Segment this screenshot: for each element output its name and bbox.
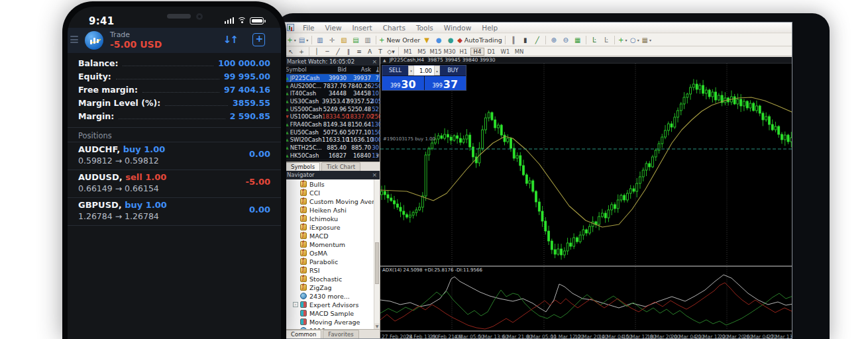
timeframe-m15[interactable]: M15 bbox=[429, 48, 443, 56]
timeframe-m1[interactable]: M1 bbox=[401, 48, 415, 56]
table-row[interactable]: ▼US100Cash18334.5018337.00250 bbox=[284, 113, 380, 121]
mql5-icon[interactable]: ▼ bbox=[421, 35, 432, 45]
close-icon[interactable]: × bbox=[372, 58, 377, 65]
tree-item-heiken-ashi[interactable]: Heiken Ashi bbox=[284, 206, 380, 215]
add-indicator-icon[interactable]: +▾ bbox=[618, 35, 628, 45]
table-row[interactable]: ▲US500Cash5249.965250.4852 bbox=[284, 105, 380, 113]
tree-item-macd[interactable]: MACD bbox=[284, 232, 380, 240]
table-row[interactable]: ▲SWI20Cash11633.1011636.10300 bbox=[284, 136, 380, 144]
periods-icon[interactable]: ○▾ bbox=[629, 35, 640, 45]
zoom-in-icon[interactable]: ⊕ bbox=[549, 35, 559, 45]
table-row[interactable]: ▲EU50Cash5075.605077.10150 bbox=[284, 128, 380, 136]
tab-tick-chart[interactable]: Tick Chart bbox=[321, 162, 360, 171]
volume-value[interactable]: 1.00 bbox=[414, 68, 434, 74]
bar-chart-mode-icon[interactable]: ║ bbox=[508, 35, 519, 45]
tree-item-cci[interactable]: CCI bbox=[284, 189, 380, 197]
table-row[interactable]: ▲AUS200C...7837.767840.26250 bbox=[284, 82, 380, 90]
tree-item-custom-moving-averages[interactable]: Custom Moving Averages bbox=[284, 197, 380, 206]
tree-item-macd-sample[interactable]: MACD Sample bbox=[284, 309, 380, 318]
market-watch-icon[interactable]: ▥ bbox=[315, 35, 325, 45]
scroll-down-icon[interactable]: ▼ bbox=[376, 153, 379, 158]
table-row[interactable]: ▲FRA40Cash8149.348150.64130 bbox=[284, 121, 380, 128]
new-order-icon[interactable] bbox=[252, 33, 265, 46]
tree-item-2430-more-[interactable]: 2430 more... bbox=[284, 292, 380, 301]
sell-button[interactable]: SELL bbox=[382, 66, 408, 75]
tree-item-bulls[interactable]: Bulls bbox=[284, 180, 380, 189]
sort-transfer-icon[interactable]: ↓↑ bbox=[223, 34, 237, 46]
tab-favorites[interactable]: Favorites bbox=[323, 330, 358, 338]
new-chart-icon[interactable]: +▾ bbox=[286, 35, 297, 45]
timeframe-m5[interactable]: M5 bbox=[415, 48, 429, 56]
column-header-ask[interactable]: Ask bbox=[347, 66, 371, 73]
new-order-icon[interactable]: +New Order bbox=[379, 35, 420, 45]
templates-icon[interactable]: ▦▾ bbox=[641, 35, 652, 45]
vertical-line-icon[interactable]: │ bbox=[312, 48, 321, 56]
tree-item-1119-more-[interactable]: 1119 more... bbox=[284, 326, 380, 329]
tree-item-stochastic[interactable]: Stochastic bbox=[284, 275, 380, 283]
menu-help[interactable]: Help bbox=[476, 24, 503, 32]
buy-button[interactable]: BUY bbox=[440, 66, 466, 75]
timeframe-h4[interactable]: H4 bbox=[470, 48, 484, 56]
position-row[interactable]: AUDCHF, buy 1.000.59812 → 0.598120.00 bbox=[68, 143, 281, 170]
profiles-icon[interactable]: ▤▾ bbox=[298, 35, 309, 45]
cursor-icon[interactable]: ↖ bbox=[286, 48, 296, 56]
menu-tools[interactable]: Tools bbox=[411, 24, 439, 32]
zoom-out-icon[interactable]: ⊖ bbox=[561, 35, 571, 45]
timeframe-h1[interactable]: H1 bbox=[457, 48, 470, 56]
table-row[interactable]: ▲JP225Cash39930399377 bbox=[284, 74, 380, 82]
sell-price[interactable]: 399 30 bbox=[382, 76, 424, 90]
candlestick-chart[interactable] bbox=[380, 64, 792, 266]
strategy-tester-icon[interactable]: ▥ bbox=[362, 35, 373, 45]
line-chart-mode-icon[interactable]: ╱ bbox=[532, 35, 543, 45]
timeframe-m30[interactable]: M30 bbox=[443, 48, 457, 56]
trendline-icon[interactable]: ╱ bbox=[333, 48, 343, 56]
tree-item-iexposure[interactable]: iExposure bbox=[284, 223, 380, 232]
volume-increase-icon[interactable]: ▴ bbox=[434, 66, 440, 75]
tree-item-ichimoku[interactable]: Ichimoku bbox=[284, 215, 380, 223]
tree-item-rsi[interactable]: RSI bbox=[284, 266, 380, 275]
shapes-icon[interactable]: ◇▾ bbox=[386, 48, 396, 56]
tree-item-expert-advisors[interactable]: -Expert Advisors bbox=[284, 301, 380, 309]
community-icon[interactable]: ● bbox=[433, 35, 444, 45]
fibonacci-icon[interactable]: ≡ bbox=[354, 48, 364, 56]
adx-indicator-pane[interactable] bbox=[380, 267, 792, 330]
position-row[interactable]: GBPUSD, buy 1.001.26784 → 1.267840.00 bbox=[68, 199, 281, 225]
label-icon[interactable]: T bbox=[376, 48, 385, 56]
menu-window[interactable]: Window bbox=[439, 24, 476, 32]
autotrading-icon[interactable]: ◆AutoTrading bbox=[457, 35, 502, 45]
auto-scroll-icon[interactable]: Ŀ bbox=[589, 35, 600, 45]
crosshair-icon[interactable]: + bbox=[297, 48, 306, 56]
volume-decrease-icon[interactable]: ▾ bbox=[408, 66, 414, 75]
tree-item-parabolic[interactable]: Parabolic bbox=[284, 258, 380, 266]
news-icon[interactable]: ● bbox=[445, 35, 456, 45]
tab-symbols[interactable]: Symbols bbox=[286, 162, 320, 171]
tab-common[interactable]: Common bbox=[286, 330, 321, 338]
position-row[interactable]: AUDUSD, sell 1.000.66149 → 0.66154-5.00 bbox=[68, 171, 281, 197]
table-row[interactable]: ▲US30Cash39353.4739357.52405 bbox=[284, 97, 380, 105]
tree-item-momentum[interactable]: Momentum bbox=[284, 240, 380, 249]
scroll-up-icon[interactable]: ▲ bbox=[376, 68, 379, 72]
channel-icon[interactable]: ∥ bbox=[344, 48, 353, 56]
tree-expander-icon[interactable]: - bbox=[293, 302, 298, 307]
collapse-icon[interactable]: ▲ bbox=[383, 58, 386, 62]
table-row[interactable]: ▲HK50Cash168271684013 bbox=[284, 152, 380, 160]
navigator-icon[interactable]: ▧ bbox=[339, 35, 349, 45]
column-header-bid[interactable]: Bid bbox=[322, 66, 347, 73]
timeframe-mn[interactable]: MN bbox=[512, 48, 526, 56]
horizontal-line-icon[interactable]: ─ bbox=[323, 48, 332, 56]
data-window-icon[interactable]: ✛ bbox=[327, 35, 337, 45]
menu-insert[interactable]: Insert bbox=[347, 24, 378, 32]
tree-item-zigzag[interactable]: ZigZag bbox=[284, 283, 380, 292]
tree-item-moving-average[interactable]: Moving Average bbox=[284, 318, 380, 326]
candlestick-mode-icon[interactable]: ▮ bbox=[520, 35, 531, 45]
text-icon[interactable]: A bbox=[365, 48, 374, 56]
hamburger-menu-icon[interactable] bbox=[70, 36, 78, 45]
menu-charts[interactable]: Charts bbox=[378, 24, 411, 32]
table-row[interactable]: ▲IT40Cash344483445810 bbox=[284, 89, 380, 97]
column-header-symbol[interactable]: Symbol bbox=[284, 66, 322, 73]
buy-price[interactable]: 399 37 bbox=[425, 76, 466, 90]
timeframe-w1[interactable]: W1 bbox=[498, 48, 512, 56]
menu-file[interactable]: File bbox=[298, 24, 320, 32]
close-icon[interactable]: × bbox=[372, 171, 377, 178]
timeframe-d1[interactable]: D1 bbox=[484, 48, 498, 56]
